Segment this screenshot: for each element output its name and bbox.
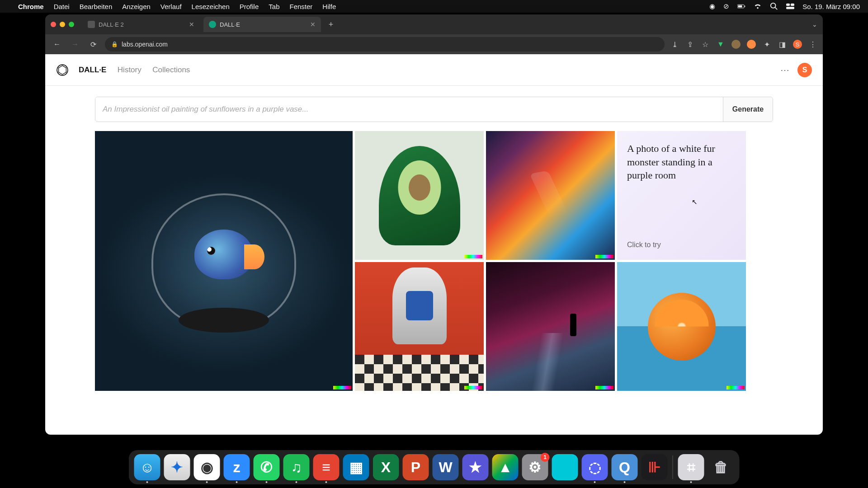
dalle-signature-icon xyxy=(333,386,351,389)
menu-hilfe[interactable]: Hilfe xyxy=(322,3,336,10)
generate-button[interactable]: Generate xyxy=(723,97,773,122)
svg-rect-1 xyxy=(738,5,742,8)
bookmark-star-icon[interactable]: ☆ xyxy=(701,40,710,49)
menu-datei[interactable]: Datei xyxy=(54,3,70,10)
example-gallery: A photo of a white fur monster standing … xyxy=(95,131,773,391)
dock-powerpoint[interactable]: P xyxy=(403,454,429,480)
dock-imovie[interactable]: ★ xyxy=(462,454,489,480)
dalle-signature-icon xyxy=(464,255,482,258)
dock-preview[interactable]: ⌗ xyxy=(678,454,704,480)
dock-discord[interactable]: ◌ xyxy=(582,454,608,480)
dock-word[interactable]: W xyxy=(433,454,459,480)
gallery-tile-nebula-dunk[interactable] xyxy=(486,131,615,260)
extension-icon[interactable] xyxy=(747,40,756,49)
nav-dalle[interactable]: DALL·E xyxy=(79,66,106,74)
stop-icon[interactable]: ⊘ xyxy=(723,2,729,10)
back-button[interactable]: ← xyxy=(51,38,63,51)
suggestion-card[interactable]: A photo of a white fur monster standing … xyxy=(617,131,746,260)
pointer-cursor-icon: ↖ xyxy=(692,198,698,206)
svg-rect-2 xyxy=(745,6,745,7)
app-header: DALL·E History Collections ⋯ S xyxy=(45,54,823,86)
user-avatar[interactable]: S xyxy=(797,63,812,77)
close-window-button[interactable] xyxy=(51,22,56,27)
tabs-dropdown-icon[interactable]: ⌄ xyxy=(812,21,817,28)
svg-line-4 xyxy=(775,8,778,10)
forward-button[interactable]: → xyxy=(69,38,81,51)
reload-button[interactable]: ⟳ xyxy=(87,38,99,51)
nav-collections[interactable]: Collections xyxy=(152,66,190,74)
tab-favicon-icon xyxy=(209,21,216,28)
macos-dock: ☺ ✦ ◉ z ✆ ♫ ≡ ▦ X P W ★ ▲ ⚙1 ◌ Q ⊪ ⌗ 🗑 xyxy=(129,450,740,484)
svg-rect-6 xyxy=(791,4,794,6)
browser-toolbar: ← → ⟳ 🔒 labs.openai.com ⤓ ⇪ ☆ ▼ ✦ ◨ S ⋮ xyxy=(45,34,823,54)
gallery-tile-orange[interactable] xyxy=(617,262,746,391)
svg-point-3 xyxy=(771,3,776,8)
dock-finder[interactable]: ☺ xyxy=(134,454,160,480)
page-content: DALL·E History Collections ⋯ S Generate xyxy=(45,54,823,435)
control-center-icon[interactable] xyxy=(786,2,794,10)
menubar-clock[interactable]: So. 19. März 09:00 xyxy=(802,3,860,10)
sidepanel-icon[interactable]: ◨ xyxy=(778,40,787,49)
extension-shield-icon[interactable]: ▼ xyxy=(716,40,725,49)
tab-close-icon[interactable]: ✕ xyxy=(189,21,194,28)
dock-app-teal[interactable] xyxy=(552,454,578,480)
suggestion-text: A photo of a white fur monster standing … xyxy=(627,142,736,182)
profile-avatar[interactable]: S xyxy=(793,40,802,49)
minimize-window-button[interactable] xyxy=(60,22,65,27)
share-icon[interactable]: ⇪ xyxy=(685,40,694,49)
dock-quicktime[interactable]: Q xyxy=(612,454,638,480)
menu-profile[interactable]: Profile xyxy=(240,3,259,10)
address-bar[interactable]: 🔒 labs.openai.com xyxy=(105,37,665,52)
dock-whatsapp[interactable]: ✆ xyxy=(254,454,280,480)
dock-excel[interactable]: X xyxy=(373,454,399,480)
gallery-tile-robot-chess[interactable] xyxy=(355,262,484,391)
wifi-icon[interactable] xyxy=(754,2,762,10)
prompt-input[interactable] xyxy=(95,97,723,122)
dock-separator xyxy=(673,455,673,479)
gallery-tile-fishbowl[interactable] xyxy=(95,131,353,391)
dock-chrome[interactable]: ◉ xyxy=(194,454,220,480)
gallery-tile-desert-figure[interactable] xyxy=(486,262,615,391)
browser-tab-active[interactable]: DALL·E ✕ xyxy=(203,17,321,32)
dock-safari[interactable]: ✦ xyxy=(164,454,190,480)
install-app-icon[interactable]: ⤓ xyxy=(670,40,679,49)
dock-trello[interactable]: ▦ xyxy=(343,454,369,480)
openai-logo-icon xyxy=(56,64,69,76)
more-menu-icon[interactable]: ⋯ xyxy=(780,65,790,75)
suggestion-cta: Click to try xyxy=(627,241,736,249)
menu-tab[interactable]: Tab xyxy=(269,3,279,10)
extension-icon[interactable] xyxy=(731,40,741,49)
dock-todoist[interactable]: ≡ xyxy=(313,454,340,480)
lock-icon: 🔒 xyxy=(111,41,118,47)
record-icon[interactable]: ◉ xyxy=(709,2,715,10)
gallery-tile-avocado-chair[interactable] xyxy=(355,131,484,260)
chrome-menu-icon[interactable]: ⋮ xyxy=(808,40,817,49)
menu-bearbeiten[interactable]: Bearbeiten xyxy=(80,3,113,10)
dock-badge: 1 xyxy=(541,453,550,462)
fullscreen-window-button[interactable] xyxy=(69,22,74,27)
dock-voice-memos[interactable]: ⊪ xyxy=(642,454,668,480)
new-tab-button[interactable]: + xyxy=(325,18,337,31)
svg-rect-5 xyxy=(786,4,790,6)
menu-verlauf[interactable]: Verlauf xyxy=(160,3,182,10)
browser-tab[interactable]: DALL·E 2 ✕ xyxy=(82,17,200,32)
battery-icon[interactable] xyxy=(737,2,745,10)
dock-settings[interactable]: ⚙1 xyxy=(522,454,548,480)
app-nav: DALL·E History Collections xyxy=(79,66,199,75)
macos-menubar: Chrome Datei Bearbeiten Anzeigen Verlauf… xyxy=(0,0,868,13)
tab-favicon-icon xyxy=(88,21,95,28)
menu-anzeigen[interactable]: Anzeigen xyxy=(122,3,151,10)
dock-spotify[interactable]: ♫ xyxy=(283,454,310,480)
main-area: Generate A photo of a white fur monster … xyxy=(45,86,823,435)
extensions-puzzle-icon[interactable]: ✦ xyxy=(762,40,771,49)
nav-history[interactable]: History xyxy=(118,66,142,74)
tab-close-icon[interactable]: ✕ xyxy=(310,21,316,28)
menu-fenster[interactable]: Fenster xyxy=(290,3,313,10)
menu-lesezeichen[interactable]: Lesezeichen xyxy=(192,3,230,10)
dock-trash[interactable]: 🗑 xyxy=(708,454,734,480)
spotlight-icon[interactable] xyxy=(770,2,778,10)
dock-drive[interactable]: ▲ xyxy=(492,454,519,480)
window-controls xyxy=(51,22,74,27)
dock-zoom[interactable]: z xyxy=(224,454,250,480)
menubar-app-name[interactable]: Chrome xyxy=(18,3,44,10)
